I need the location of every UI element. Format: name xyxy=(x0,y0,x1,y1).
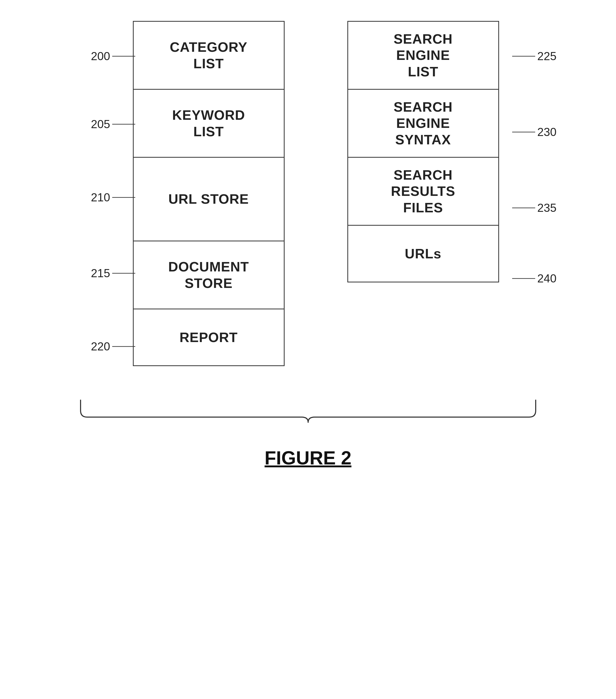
brace-svg xyxy=(73,397,543,432)
page-container: 200 205 210 xyxy=(0,0,616,699)
search-engine-syntax-box: SEARCH ENGINE SYNTAX xyxy=(348,89,499,157)
report-box: REPORT xyxy=(133,308,285,366)
ref-235: 235 xyxy=(537,201,556,214)
left-column-wrapper: 200 205 210 xyxy=(133,21,285,366)
category-list-box: CATEGORY LIST xyxy=(133,21,285,89)
urls-label: URLs xyxy=(405,246,442,262)
ref-240: 240 xyxy=(537,272,556,285)
keyword-list-label: KEYWORD LIST xyxy=(172,107,245,140)
ref-210: 210 xyxy=(91,191,110,204)
search-engine-list-box: SEARCH ENGINE LIST xyxy=(348,21,499,89)
search-results-files-label: SEARCH RESULTS FILES xyxy=(391,167,455,216)
url-store-box: URL STORE xyxy=(133,157,285,241)
ref-230: 230 xyxy=(537,126,556,139)
report-label: REPORT xyxy=(180,329,238,345)
figure-caption-area: FIGURE 2 xyxy=(0,397,616,469)
right-column: SEARCH ENGINE LIST SEARCH ENGINE SYNTAX … xyxy=(348,21,499,282)
ref-205: 205 xyxy=(91,118,110,131)
search-engine-syntax-label: SEARCH ENGINE SYNTAX xyxy=(394,99,453,148)
left-column: CATEGORY LIST KEYWORD LIST URL STORE DOC… xyxy=(133,21,285,366)
search-engine-list-label: SEARCH ENGINE LIST xyxy=(394,31,453,80)
diagram-area: 200 205 210 xyxy=(0,21,616,366)
brace-container xyxy=(73,397,543,432)
figure-label: FIGURE 2 xyxy=(264,447,351,469)
document-store-label: DOCUMENT STORE xyxy=(168,259,249,291)
url-store-label: URL STORE xyxy=(169,191,249,207)
category-list-label: CATEGORY LIST xyxy=(170,39,247,72)
right-column-wrapper: SEARCH ENGINE LIST SEARCH ENGINE SYNTAX … xyxy=(348,21,499,282)
keyword-list-box: KEYWORD LIST xyxy=(133,89,285,157)
ref-220: 220 xyxy=(91,340,110,353)
document-store-box: DOCUMENT STORE xyxy=(133,241,285,308)
ref-215: 215 xyxy=(91,267,110,280)
search-results-files-box: SEARCH RESULTS FILES xyxy=(348,157,499,225)
ref-200: 200 xyxy=(91,50,110,63)
urls-box: URLs xyxy=(348,225,499,282)
ref-225: 225 xyxy=(537,50,556,63)
